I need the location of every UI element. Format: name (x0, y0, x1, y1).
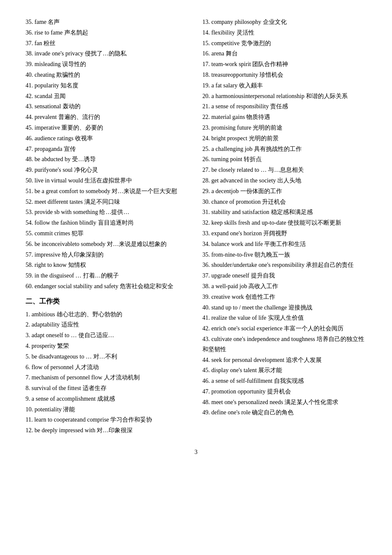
list-item: 48. meet one's personalized needs 满足某人个性… (202, 397, 366, 408)
list-item: 38. invade one's privacy 侵扰了…的隐私 (26, 49, 190, 59)
right-column: 13. company philosophy 企业文化14. flexibili… (202, 17, 366, 436)
list-item: 50. live in virtual would 生活在虚拟世界中 (26, 176, 190, 186)
list-item: 55. commit crimes 犯罪 (26, 228, 190, 239)
list-item: 18. treasureopportunity 珍惜机会 (202, 70, 366, 80)
list-item: 40. cheating 欺骗性的 (26, 70, 190, 80)
list-item: 49. purifyone's soul 净化心灵 (26, 165, 190, 175)
list-item: 7. mechanism of personnel flow 人才流动机制 (26, 373, 190, 383)
list-item: 9. a sense of accomplishment 成就感 (26, 394, 190, 404)
page-number: 3 (26, 449, 366, 456)
list-item: 46. audience ratings 收视率 (26, 133, 190, 144)
list-item: 40. stand up to / meet the challenge 迎接挑… (202, 303, 366, 313)
list-item: 14. flexibility 灵活性 (202, 28, 366, 38)
list-item: 30. chance of promotion 升迁机会 (202, 197, 366, 207)
list-item: 37. upgrade oneself 提升自我 (202, 271, 366, 281)
list-item: 33. expand one's horizon 开阔视野 (202, 228, 366, 239)
list-item: 43. sensational 轰动的 (26, 101, 190, 112)
list-item: 22. material gains 物质待遇 (202, 112, 366, 122)
list-item: 2. adaptability 适应性 (26, 320, 190, 330)
left-column: 35. fame 名声36. rise to fame 声名鹊起37. fan … (26, 17, 190, 436)
list-item: 39. creative work 创造性工作 (202, 292, 366, 302)
list-item: 12. be deeply impressed with 对…印象很深 (26, 425, 190, 436)
list-item: 11. learn to cooperateand comprise 学习合作和… (26, 415, 190, 425)
list-item: 5. be disadvantageous to … 对…不利 (26, 352, 190, 362)
list-item: 38. a well-paid job 高收入工作 (202, 281, 366, 292)
list-item: 43. cultivate one's independence and tou… (202, 334, 366, 355)
list-item: 44. seek for personal development 追求个人发展 (202, 355, 366, 365)
section-heading: 二、工作类 (26, 295, 190, 308)
list-item: 23. promising future 光明的前途 (202, 123, 366, 133)
list-item: 47. promotion opportunity 提升机会 (202, 387, 366, 397)
list-item: 41. realize the value of life 实现人生价值 (202, 313, 366, 323)
list-item: 28. get advanced in the society 出人头地 (202, 176, 366, 186)
list-item: 60. endanger social stability and safety… (26, 281, 190, 292)
list-item: 37. fan 粉丝 (26, 38, 190, 49)
list-item: 44. prevalent 普遍的、流行的 (26, 112, 190, 122)
list-item: 26. turning point 转折点 (202, 154, 366, 165)
list-item: 31. stability and satisfaction 稳定感和满足感 (202, 207, 366, 217)
list-item: 42. scandal 丑闻 (26, 91, 190, 101)
list-item: 27. be closely related to … 与…息息相关 (202, 165, 366, 175)
list-item: 32. keep skills fresh and up-to-date 使技能… (202, 218, 366, 228)
list-item: 10. potentiality 潜能 (26, 405, 190, 415)
list-item: 51. be a great comfort to somebody 对…来说是… (26, 186, 190, 197)
list-item: 34. balance work and life 平衡工作和生活 (202, 239, 366, 249)
list-item: 3. adapt oneself to … 使自己适应… (26, 330, 190, 341)
list-item: 16. arena 舞台 (202, 49, 366, 59)
list-item: 21. a sense of responsibility 责任感 (202, 101, 366, 112)
list-item: 54. follow the fashion blindly 盲目追逐时尚 (26, 218, 190, 228)
list-item: 24. bright prospect 光明的前景 (202, 133, 366, 144)
list-item: 6. flow of personnel 人才流动 (26, 362, 190, 373)
list-item: 20. a harmoniousinterpersonal relationsh… (202, 91, 366, 101)
list-item: 39. misleading 误导性的 (26, 59, 190, 69)
list-item: 52. meet different tastes 满足不同口味 (26, 197, 190, 207)
list-item: 56. be inconceivableto somebody 对…来说是难以想… (26, 239, 190, 249)
list-item: 4. prosperity 繁荣 (26, 341, 190, 351)
list-item: 53. provide sb with something 给…提供… (26, 207, 190, 217)
list-item: 36. rise to fame 声名鹊起 (26, 28, 190, 38)
list-item: 29. a decentjob 一份体面的工作 (202, 186, 366, 197)
list-item: 49. define one's role 确定自己的角色 (202, 408, 366, 418)
list-item: 57. impressive 给人印象深刻的 (26, 250, 190, 260)
list-item: 13. company philosophy 企业文化 (202, 17, 366, 27)
list-item: 19. a fat salary 收入颇丰 (202, 81, 366, 91)
list-item: 36. shoulder/undertake one's responsibil… (202, 260, 366, 270)
list-item: 25. a challenging job 具有挑战性的工作 (202, 144, 366, 154)
list-item: 59. in the disguiseof … 打着…的幌子 (26, 271, 190, 281)
list-item: 58. right to know 知情权 (26, 260, 190, 270)
list-item: 15. competitive 竞争激烈的 (202, 38, 366, 49)
list-item: 41. popularity 知名度 (26, 81, 190, 91)
list-item: 46. a sense of self-fulfillment 自我实现感 (202, 376, 366, 386)
list-item: 17. team-work spirit 团队合作精神 (202, 59, 366, 69)
list-item: 47. propaganda 宣传 (26, 144, 190, 154)
main-content: 35. fame 名声36. rise to fame 声名鹊起37. fan … (26, 17, 366, 436)
list-item: 35. fame 名声 (26, 17, 190, 27)
list-item: 45. display one's talent 展示才能 (202, 365, 366, 376)
list-item: 35. from-nine-to-five 朝九晚五一族 (202, 250, 366, 260)
list-item: 1. ambitious 雄心壮志的、野心勃勃的 (26, 309, 190, 320)
list-item: 42. enrich one's social experience 丰富一个人… (202, 324, 366, 334)
list-item: 48. be abducted by 受…诱导 (26, 154, 190, 165)
list-item: 8. survival of the fittest 适者生存 (26, 383, 190, 393)
list-item: 45. imperative 重要的、必要的 (26, 123, 190, 133)
